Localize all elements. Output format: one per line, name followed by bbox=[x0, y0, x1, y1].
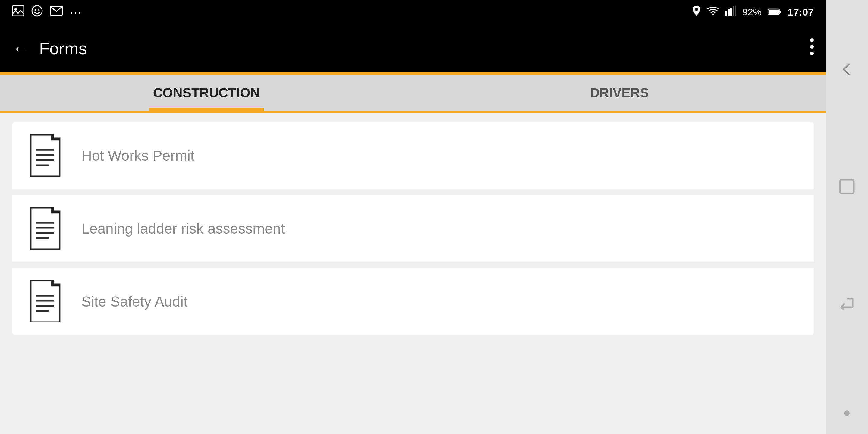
separator-2 bbox=[12, 262, 814, 268]
form-icon-hot-works bbox=[27, 134, 63, 177]
form-item-leaning-ladder[interactable]: Leaning ladder risk assessment bbox=[12, 195, 814, 262]
overflow-icon: ··· bbox=[70, 5, 82, 19]
svg-point-6 bbox=[695, 8, 698, 11]
battery-icon bbox=[768, 6, 781, 18]
form-name-leaning-ladder: Leaning ladder risk assessment bbox=[82, 220, 285, 237]
svg-point-1 bbox=[14, 8, 17, 10]
svg-point-2 bbox=[32, 6, 42, 16]
svg-rect-0 bbox=[12, 6, 24, 16]
form-item-hot-works-permit[interactable]: Hot Works Permit bbox=[12, 122, 814, 189]
form-icon-site-safety bbox=[27, 280, 63, 322]
battery-percentage: 92% bbox=[742, 7, 762, 18]
tab-construction[interactable]: CONSTRUCTION bbox=[0, 75, 413, 111]
location-icon bbox=[692, 5, 701, 19]
form-name-site-safety: Site Safety Audit bbox=[82, 293, 187, 310]
tab-bar: CONSTRUCTION DRIVERS bbox=[0, 75, 826, 111]
back-arrow-icon[interactable] bbox=[839, 60, 855, 81]
face-icon bbox=[31, 5, 43, 19]
tab-drivers[interactable]: DRIVERS bbox=[413, 75, 826, 111]
square-icon[interactable] bbox=[839, 179, 855, 198]
form-item-site-safety[interactable]: Site Safety Audit bbox=[12, 268, 814, 335]
dot2 bbox=[810, 45, 814, 49]
tab-drivers-label: DRIVERS bbox=[590, 85, 649, 100]
dot3 bbox=[810, 52, 814, 55]
more-options-button[interactable] bbox=[810, 38, 814, 58]
svg-point-3 bbox=[35, 9, 36, 10]
svg-rect-11 bbox=[735, 6, 736, 16]
time-display: 17:07 bbox=[787, 6, 814, 18]
image-icon bbox=[12, 5, 24, 19]
app-container: ··· bbox=[0, 0, 826, 434]
orange-divider-top bbox=[0, 72, 826, 75]
svg-point-4 bbox=[38, 9, 40, 10]
svg-rect-13 bbox=[779, 10, 781, 13]
form-icon-leaning-ladder bbox=[27, 207, 63, 250]
app-bar: ← Forms bbox=[0, 24, 826, 72]
scroll-position-dot bbox=[844, 410, 849, 416]
content-area: Hot Works Permit Leaning ladder risk ass… bbox=[0, 113, 826, 434]
status-bar-right: 92% 17:07 bbox=[692, 5, 814, 19]
svg-rect-8 bbox=[728, 9, 730, 16]
svg-rect-27 bbox=[840, 180, 854, 193]
wifi-icon bbox=[707, 6, 719, 18]
status-bar: ··· bbox=[0, 0, 826, 24]
svg-rect-10 bbox=[733, 6, 735, 16]
mail-icon bbox=[50, 6, 63, 19]
scrollbar-area bbox=[826, 0, 868, 434]
app-bar-left: ← Forms bbox=[12, 38, 87, 58]
orange-divider-bottom bbox=[0, 111, 826, 113]
tab-construction-label: CONSTRUCTION bbox=[153, 85, 260, 100]
svg-rect-9 bbox=[730, 7, 732, 16]
form-name-hot-works: Hot Works Permit bbox=[82, 147, 194, 164]
app-bar-title: Forms bbox=[39, 38, 87, 58]
signal-icon bbox=[725, 6, 736, 19]
dot1 bbox=[810, 38, 814, 42]
svg-rect-7 bbox=[725, 11, 727, 16]
svg-rect-14 bbox=[769, 10, 779, 14]
status-bar-left: ··· bbox=[12, 5, 82, 19]
back-button[interactable]: ← bbox=[12, 39, 30, 57]
return-icon[interactable] bbox=[839, 296, 855, 313]
separator-1 bbox=[12, 189, 814, 195]
